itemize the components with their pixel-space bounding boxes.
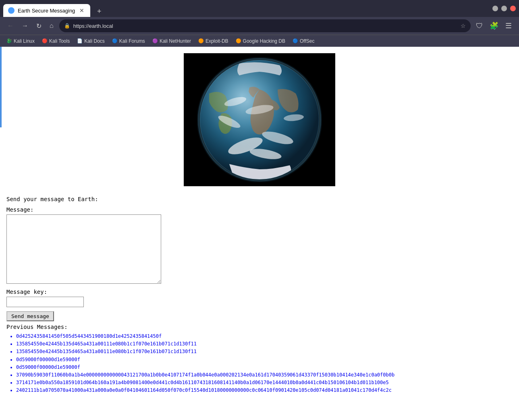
bookmark-kali-nethunter[interactable]: 🟣 Kali NetHunter [149,37,194,45]
maximize-button[interactable] [501,6,507,11]
list-item[interactable]: 135854550e42445b135d465a431a00111e080b1c… [16,348,394,356]
bookmark-offsec-label: OffSec [300,38,314,44]
title-bar: Earth Secure Messaging ✕ + [0,0,519,17]
sidebar-line [0,47,2,127]
lock-icon: 🔒 [64,23,70,29]
tab-close-button[interactable]: ✕ [78,7,85,14]
list-item[interactable]: 37090b59030f11060b0a1b4e0000000000000431… [16,371,394,379]
list-item[interactable]: 2402111b1a0705070a41000a431a000a0e0a0f04… [16,387,394,394]
kali-tools-icon: 🔴 [42,38,48,44]
message-field-label: Message: [6,206,33,213]
page-content: Send your message to Earth: Message: Mes… [0,47,519,410]
bookmark-exploit-db[interactable]: 🟠 Exploit-DB [195,37,232,45]
back-button[interactable]: ← [5,21,16,31]
send-label: Send your message to Earth: [6,196,98,202]
bookmark-google-hacking-db[interactable]: 🟠 Google Hacking DB [233,37,289,45]
svg-point-10 [200,60,319,179]
earth-globe-svg [197,57,322,182]
key-input[interactable] [6,297,84,307]
send-message-button[interactable]: Send message [6,311,54,321]
list-item[interactable]: 135854550e42445b135d465a431a00111e080b1c… [16,340,394,348]
bookmark-kali-forums-label: Kali Forums [119,38,145,44]
earth-image-container [6,53,513,186]
previous-messages-label: Previous Messages: [6,324,68,330]
window-close-button[interactable] [510,6,516,11]
message-textarea[interactable] [6,214,161,284]
forward-button[interactable]: → [19,21,31,31]
list-item[interactable]: 3714171e0b0a550a1859101d064b160a191a4b09… [16,379,394,387]
minimize-button[interactable] [492,6,498,11]
list-item[interactable]: 0d4252435841450f505d5443451900180d1e4252… [16,333,394,340]
nav-right-icons: 🛡 🧩 ☰ [474,20,514,31]
bookmark-kali-tools[interactable]: 🔴 Kali Tools [39,37,73,45]
tab-title: Earth Secure Messaging [18,8,75,14]
kali-linux-icon: 🐉 [6,38,12,44]
bookmark-google-hacking-db-label: Google Hacking DB [243,38,285,44]
list-item[interactable]: 0d59000f00000d1e59000f [16,364,394,371]
bookmark-kali-forums[interactable]: 🔵 Kali Forums [109,37,148,45]
key-field-label: Message key: [6,289,47,295]
extensions-icon[interactable]: 🧩 [488,20,500,31]
menu-icon[interactable]: ☰ [503,20,514,31]
new-tab-button[interactable]: + [93,6,105,17]
kali-nethunter-icon: 🟣 [152,38,158,44]
bookmark-offsec[interactable]: 🔵 OffSec [289,37,318,45]
google-hacking-db-icon: 🟠 [236,38,241,44]
bookmark-kali-linux-label: Kali Linux [14,38,35,44]
address-bar[interactable]: 🔒 https://earth.local ☆ [59,19,471,32]
bookmark-kali-nethunter-label: Kali NetHunter [160,38,191,44]
offsec-icon: 🔵 [293,38,298,44]
earth-image [184,53,335,186]
list-item[interactable]: 0d59000f00000d1e59000f [16,356,394,364]
reload-button[interactable]: ↻ [34,21,44,31]
messages-list: 0d4252435841450f505d5443451900180d1e4252… [6,333,394,395]
bookmark-kali-docs-label: Kali Docs [84,38,105,44]
browser-chrome: Earth Secure Messaging ✕ + ← → ↻ ⌂ 🔒 htt… [0,0,519,47]
bookmark-kali-docs[interactable]: 📄 Kali Docs [74,37,108,45]
kali-docs-icon: 📄 [77,38,83,44]
shield-icon[interactable]: 🛡 [474,20,485,31]
active-tab[interactable]: Earth Secure Messaging ✕ [3,4,90,17]
kali-forums-icon: 🔵 [112,38,118,44]
bookmark-exploit-db-label: Exploit-DB [206,38,228,44]
tab-bar: Earth Secure Messaging ✕ + [3,0,492,17]
tab-favicon [8,7,15,14]
nav-bar: ← → ↻ ⌂ 🔒 https://earth.local ☆ 🛡 🧩 ☰ [0,17,519,35]
exploit-db-icon: 🟠 [198,38,204,44]
bookmark-kali-tools-label: Kali Tools [49,38,70,44]
url-display: https://earth.local [73,23,457,29]
bookmark-kali-linux[interactable]: 🐉 Kali Linux [3,37,38,45]
window-controls [492,6,516,11]
bookmark-star-icon[interactable]: ☆ [461,23,466,29]
bookmarks-bar: 🐉 Kali Linux 🔴 Kali Tools 📄 Kali Docs 🔵 … [0,35,519,47]
home-button[interactable]: ⌂ [47,21,56,31]
